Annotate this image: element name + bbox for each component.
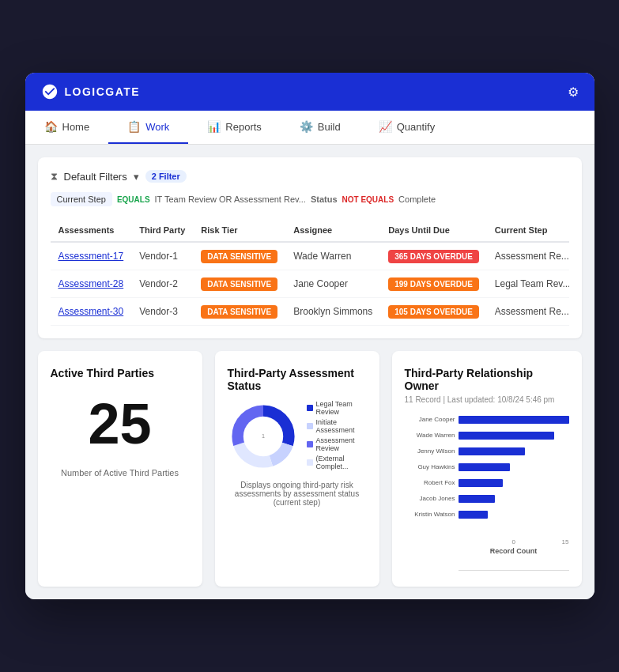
cell-third-party: Vendor-3 — [131, 298, 193, 326]
risk-badge: DATA SENSITIVE — [201, 277, 277, 291]
donut-container: 1 Legal Team Review Initiate Assessment — [228, 400, 367, 473]
assessments-table: Assessments Third Party Risk Tier Assign… — [51, 219, 569, 326]
filter-icon: ⧗ — [51, 170, 58, 183]
bar-rows: Jane Cooper Wade Warren Jenny Wilson Guy… — [459, 413, 569, 521]
cond-sep: Status — [311, 194, 338, 204]
filter-label: Default Filters — [64, 171, 127, 183]
bar-fill — [459, 511, 488, 519]
cell-days-overdue: 105 DAYS OVERDUE — [380, 298, 487, 326]
bar-fill — [459, 479, 503, 487]
col-days-due: Days Until Due — [380, 219, 487, 242]
col-assessments: Assessments — [51, 219, 132, 242]
bar-label: Robert Fox — [405, 477, 455, 489]
legend-dot-4 — [307, 459, 313, 466]
quantify-icon: 📈 — [379, 120, 392, 133]
bottom-cards: Active Third Parties 25 Number of Active… — [38, 351, 582, 587]
cond-field-1: Current Step — [51, 192, 112, 206]
cell-third-party: Vendor-1 — [131, 242, 193, 270]
filter-count: 2 Filter — [145, 170, 187, 183]
settings-icon[interactable]: ⚙ — [568, 85, 579, 100]
table-row: Assessment-28 Vendor-2 DATA SENSITIVE Ja… — [51, 270, 569, 298]
bar-row: Wade Warren — [459, 429, 569, 442]
bar-row: Kristin Watson — [459, 508, 569, 521]
assessment-link[interactable]: Assessment-17 — [59, 251, 124, 262]
bar-row: Robert Fox — [459, 477, 569, 489]
bar-row: Jenny Wilson — [459, 445, 569, 458]
cond-value-2: Complete — [398, 194, 436, 204]
active-parties-title: Active Third Parties — [51, 367, 190, 379]
tab-home-label: Home — [62, 121, 90, 133]
bar-fill — [459, 447, 525, 455]
assessment-status-title: Third-Party Assessment Status — [228, 367, 367, 392]
assessment-link[interactable]: Assessment-30 — [59, 306, 124, 317]
filter-row: ⧗ Default Filters ▾ 2 Filter — [51, 170, 569, 183]
bar-fill — [459, 495, 496, 503]
risk-badge: DATA SENSITIVE — [201, 305, 277, 319]
assessment-link[interactable]: Assessment-28 — [59, 278, 124, 289]
x-axis-label: Record Count — [459, 547, 569, 555]
tab-work[interactable]: 📋 Work — [108, 111, 188, 144]
cell-third-party: Vendor-2 — [131, 270, 193, 298]
bar-label: Jenny Wilson — [405, 445, 455, 458]
legend-label-4: (External Complet... — [316, 455, 367, 470]
col-third-party: Third Party — [131, 219, 193, 242]
cond-op-1: EQUALS — [117, 195, 150, 204]
bar-label: Wade Warren — [405, 429, 455, 442]
legend-label-3: Assessment Review — [316, 436, 367, 452]
app-window: LOGICGATE ⚙ 🏠 Home 📋 Work 📊 Reports ⚙️ B… — [25, 73, 594, 599]
col-current-step: Current Step — [487, 219, 569, 242]
cond-op-2: NOT EQUALS — [342, 195, 394, 204]
cell-current-step: Legal Team Rev... — [487, 270, 569, 298]
table-wrapper: Assessments Third Party Risk Tier Assign… — [51, 219, 569, 326]
active-parties-desc: Number of Active Third Parties — [51, 468, 190, 478]
overdue-badge: 365 DAYS OVERDUE — [388, 250, 479, 263]
nav-tabs: 🏠 Home 📋 Work 📊 Reports ⚙️ Build 📈 Quant… — [25, 111, 594, 145]
tab-reports[interactable]: 📊 Reports — [188, 111, 281, 144]
cell-assessment: Assessment-28 — [51, 270, 132, 298]
bar-chart: Jane Cooper Wade Warren Jenny Wilson Guy… — [405, 413, 569, 571]
reports-icon: 📊 — [207, 120, 221, 133]
bar-axis — [459, 570, 569, 571]
main-content: ⧗ Default Filters ▾ 2 Filter Current Ste… — [25, 145, 594, 599]
cell-assessment: Assessment-30 — [51, 298, 132, 326]
risk-badge: DATA SENSITIVE — [201, 250, 277, 263]
cell-days-overdue: 365 DAYS OVERDUE — [380, 242, 487, 270]
top-bar: LOGICGATE ⚙ — [25, 73, 594, 111]
cell-current-step: Assessment Re... — [487, 242, 569, 270]
home-icon: 🏠 — [44, 120, 58, 133]
tab-quantify[interactable]: 📈 Quantify — [360, 111, 454, 144]
relationship-owner-subtitle: 11 Record | Last updated: 10/8/24 5:46 p… — [405, 395, 569, 404]
cell-days-overdue: 199 DAYS OVERDUE — [380, 270, 487, 298]
donut-legend: Legal Team Review Initiate Assessment As… — [307, 400, 367, 473]
cell-assignee: Brooklyn Simmons — [285, 298, 380, 326]
donut-chart: 1 — [228, 401, 299, 472]
bar-row: Guy Hawkins — [459, 461, 569, 474]
col-assignee: Assignee — [285, 219, 380, 242]
legend-dot-2 — [307, 423, 313, 429]
legend-assessment-review: Assessment Review — [307, 436, 367, 452]
work-icon: 📋 — [127, 120, 141, 133]
axis-labels: 0 15 — [459, 538, 569, 546]
cell-current-step: Assessment Re... — [487, 298, 569, 326]
app-name: LOGICGATE — [65, 85, 141, 98]
assessment-status-desc: Displays ongoing third-party risk assess… — [228, 481, 367, 507]
tab-home[interactable]: 🏠 Home — [25, 111, 109, 144]
cell-assignee: Jane Cooper — [285, 270, 380, 298]
cell-assignee: Wade Warren — [285, 242, 380, 270]
legend-dot-1 — [307, 405, 313, 411]
tab-build-label: Build — [318, 121, 341, 133]
build-icon: ⚙️ — [300, 120, 313, 133]
filter-dropdown[interactable]: ▾ — [134, 171, 139, 183]
bar-label: Guy Hawkins — [405, 461, 455, 474]
table-row: Assessment-17 Vendor-1 DATA SENSITIVE Wa… — [51, 242, 569, 270]
table-row: Assessment-30 Vendor-3 DATA SENSITIVE Br… — [51, 298, 569, 326]
bar-fill — [459, 416, 569, 424]
overdue-badge: 105 DAYS OVERDUE — [388, 305, 479, 319]
tab-build[interactable]: ⚙️ Build — [281, 111, 360, 144]
legend-initiate: Initiate Assessment — [307, 418, 367, 434]
legend-dot-3 — [307, 441, 313, 447]
logo: LOGICGATE — [41, 83, 141, 100]
bar-label: Kristin Watson — [405, 508, 455, 521]
legend-label-2: Initiate Assessment — [316, 418, 367, 434]
cell-risk-tier: DATA SENSITIVE — [193, 270, 285, 298]
